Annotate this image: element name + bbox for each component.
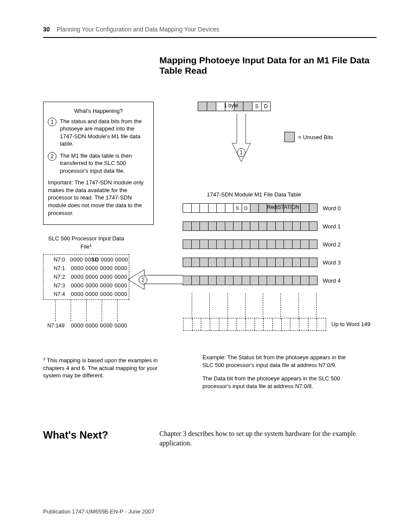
- unused-legend: = Unused Bits: [284, 132, 333, 142]
- step-1-text: The status and data bits from the photoe…: [60, 118, 149, 148]
- byte-grid: 1 byte S D: [198, 102, 271, 111]
- slc-r0-label: N7:0: [44, 257, 65, 263]
- whats-next-body: Chapter 3 describes how to set up the sy…: [159, 429, 377, 448]
- m1-table-title: 1747-SDN Module M1 File Data Table: [207, 191, 301, 198]
- slc-r1-data: 0000 0000 0000 0000: [69, 265, 129, 271]
- footnote: 1 This mapping is based upon the example…: [43, 356, 164, 380]
- example-p1: Example: The Status bit from the photoey…: [202, 354, 358, 369]
- step-2-icon: 2: [48, 152, 56, 161]
- m1-table: S D RediSTATION Word 0 Word 1 Word 2 Wor…: [183, 203, 371, 337]
- arrow-step-1-icon: 1: [237, 148, 246, 157]
- down-arrow-icon: [228, 114, 254, 165]
- word0-label: Word 0: [323, 205, 341, 212]
- unused-legend-label: = Unused Bits: [298, 134, 333, 140]
- whats-happening-note: Important: The 1747-SDN module only make…: [48, 179, 149, 217]
- arrow-step-2-icon: 2: [139, 276, 147, 284]
- word2-label: Word 2: [323, 241, 341, 248]
- slc-r0-data: 0000 00SD 0000 0000: [69, 257, 129, 263]
- publication-footer: Publication 1747-UM655B-EN-P - June 2007: [43, 508, 154, 515]
- section-title: Mapping Photoeye Input Data for an M1 Fi…: [159, 55, 377, 76]
- step-1-icon: 1: [48, 118, 56, 126]
- page-number: 30: [43, 26, 50, 33]
- whats-happening-box: What's Happening? 1 The status and data …: [43, 102, 154, 225]
- slc-r3-label: N7:3: [44, 283, 65, 289]
- slc-table: SLC 500 Processor Input Data File1 N7:00…: [43, 235, 129, 330]
- slc-table-title: SLC 500 Processor Input Data File1: [43, 235, 129, 251]
- slc-rE-data: 0000 0000 0000 0000: [69, 323, 129, 329]
- page-header: 30 Planning Your Configuration and Data …: [43, 26, 377, 38]
- example-notes: Example: The Status bit from the photoey…: [202, 354, 358, 396]
- slc-r4-label: N7:4: [44, 291, 65, 297]
- whats-happening-title: What's Happening?: [48, 107, 149, 115]
- word1-label: Word 1: [323, 223, 341, 230]
- chapter-title: Planning Your Configuration and Data Map…: [57, 26, 220, 33]
- whats-next-section: What's Next? Chapter 3 describes how to …: [43, 429, 377, 448]
- step-2-text: The M1 file data table is then transferr…: [60, 152, 149, 175]
- word0-s: S: [233, 203, 242, 213]
- left-arrow-icon: [127, 269, 183, 290]
- word-last-label: Up to Word 149: [331, 321, 371, 327]
- byte-label: 1 byte: [224, 103, 238, 109]
- example-p2: The Data bit from the photoeye appears i…: [202, 375, 358, 390]
- slc-r2-label: N7:2: [44, 274, 65, 280]
- data-bit-cell: D: [261, 102, 271, 111]
- word0-d: D: [242, 203, 251, 213]
- slc-r2-data: 0000 0000 0000 0000: [69, 274, 129, 280]
- status-bit-cell: S: [252, 102, 262, 111]
- diagram: What's Happening? 1 The status and data …: [43, 102, 377, 403]
- unused-swatch-icon: [284, 132, 295, 142]
- whats-next-title: What's Next?: [43, 429, 142, 448]
- word3-label: Word 3: [323, 259, 341, 266]
- slc-r4-data: 0000 0000 0000 0000: [69, 291, 129, 297]
- word4-label: Word 4: [323, 277, 341, 284]
- slc-rE-label: N7:149: [43, 323, 65, 329]
- slc-r1-label: N7:1: [44, 265, 65, 271]
- slc-r3-data: 0000 0000 0000 0000: [69, 283, 129, 289]
